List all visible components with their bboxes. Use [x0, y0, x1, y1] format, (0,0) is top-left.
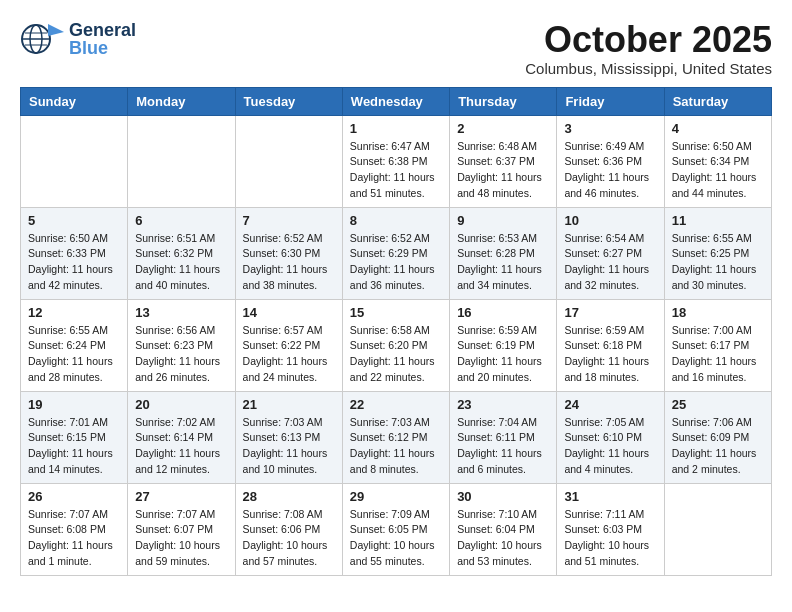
calendar-week-1: 1Sunrise: 6:47 AMSunset: 6:38 PMDaylight… — [21, 115, 772, 207]
day-info: Sunrise: 6:55 AMSunset: 6:25 PMDaylight:… — [672, 231, 764, 294]
day-number: 23 — [457, 397, 549, 412]
day-number: 8 — [350, 213, 442, 228]
day-info: Sunrise: 7:06 AMSunset: 6:09 PMDaylight:… — [672, 415, 764, 478]
day-info: Sunrise: 7:05 AMSunset: 6:10 PMDaylight:… — [564, 415, 656, 478]
title-block: October 2025 Columbus, Mississippi, Unit… — [525, 20, 772, 77]
calendar-header-sunday: Sunday — [21, 87, 128, 115]
day-number: 31 — [564, 489, 656, 504]
day-number: 4 — [672, 121, 764, 136]
day-info: Sunrise: 7:03 AMSunset: 6:12 PMDaylight:… — [350, 415, 442, 478]
day-number: 25 — [672, 397, 764, 412]
logo: General Blue — [20, 20, 136, 58]
calendar-header-tuesday: Tuesday — [235, 87, 342, 115]
calendar-header-friday: Friday — [557, 87, 664, 115]
day-number: 12 — [28, 305, 120, 320]
day-info: Sunrise: 6:54 AMSunset: 6:27 PMDaylight:… — [564, 231, 656, 294]
day-info: Sunrise: 7:08 AMSunset: 6:06 PMDaylight:… — [243, 507, 335, 570]
day-number: 26 — [28, 489, 120, 504]
day-number: 13 — [135, 305, 227, 320]
calendar-cell: 30Sunrise: 7:10 AMSunset: 6:04 PMDayligh… — [450, 483, 557, 575]
day-number: 6 — [135, 213, 227, 228]
logo-general-text: General — [69, 21, 136, 39]
day-info: Sunrise: 7:10 AMSunset: 6:04 PMDaylight:… — [457, 507, 549, 570]
day-info: Sunrise: 6:57 AMSunset: 6:22 PMDaylight:… — [243, 323, 335, 386]
day-number: 2 — [457, 121, 549, 136]
calendar-cell: 2Sunrise: 6:48 AMSunset: 6:37 PMDaylight… — [450, 115, 557, 207]
day-number: 19 — [28, 397, 120, 412]
calendar-cell: 22Sunrise: 7:03 AMSunset: 6:12 PMDayligh… — [342, 391, 449, 483]
calendar-table: SundayMondayTuesdayWednesdayThursdayFrid… — [20, 87, 772, 576]
day-info: Sunrise: 7:07 AMSunset: 6:08 PMDaylight:… — [28, 507, 120, 570]
calendar-cell: 6Sunrise: 6:51 AMSunset: 6:32 PMDaylight… — [128, 207, 235, 299]
day-info: Sunrise: 6:51 AMSunset: 6:32 PMDaylight:… — [135, 231, 227, 294]
day-info: Sunrise: 6:48 AMSunset: 6:37 PMDaylight:… — [457, 139, 549, 202]
day-number: 11 — [672, 213, 764, 228]
day-info: Sunrise: 6:50 AMSunset: 6:33 PMDaylight:… — [28, 231, 120, 294]
calendar-cell: 4Sunrise: 6:50 AMSunset: 6:34 PMDaylight… — [664, 115, 771, 207]
calendar-cell: 11Sunrise: 6:55 AMSunset: 6:25 PMDayligh… — [664, 207, 771, 299]
day-number: 5 — [28, 213, 120, 228]
calendar-cell — [21, 115, 128, 207]
logo-blue-text: Blue — [69, 39, 136, 57]
page-header: General Blue October 2025 Columbus, Miss… — [20, 20, 772, 77]
day-info: Sunrise: 6:47 AMSunset: 6:38 PMDaylight:… — [350, 139, 442, 202]
day-number: 17 — [564, 305, 656, 320]
day-info: Sunrise: 7:11 AMSunset: 6:03 PMDaylight:… — [564, 507, 656, 570]
day-info: Sunrise: 6:52 AMSunset: 6:29 PMDaylight:… — [350, 231, 442, 294]
day-number: 16 — [457, 305, 549, 320]
day-number: 14 — [243, 305, 335, 320]
calendar-header-wednesday: Wednesday — [342, 87, 449, 115]
calendar-cell: 21Sunrise: 7:03 AMSunset: 6:13 PMDayligh… — [235, 391, 342, 483]
day-info: Sunrise: 6:59 AMSunset: 6:19 PMDaylight:… — [457, 323, 549, 386]
calendar-cell: 5Sunrise: 6:50 AMSunset: 6:33 PMDaylight… — [21, 207, 128, 299]
day-info: Sunrise: 7:04 AMSunset: 6:11 PMDaylight:… — [457, 415, 549, 478]
day-number: 27 — [135, 489, 227, 504]
calendar-cell: 13Sunrise: 6:56 AMSunset: 6:23 PMDayligh… — [128, 299, 235, 391]
day-info: Sunrise: 6:52 AMSunset: 6:30 PMDaylight:… — [243, 231, 335, 294]
day-info: Sunrise: 7:09 AMSunset: 6:05 PMDaylight:… — [350, 507, 442, 570]
calendar-header-saturday: Saturday — [664, 87, 771, 115]
calendar-cell: 29Sunrise: 7:09 AMSunset: 6:05 PMDayligh… — [342, 483, 449, 575]
day-number: 9 — [457, 213, 549, 228]
logo-icon — [20, 20, 65, 58]
day-number: 3 — [564, 121, 656, 136]
calendar-cell: 17Sunrise: 6:59 AMSunset: 6:18 PMDayligh… — [557, 299, 664, 391]
day-info: Sunrise: 7:00 AMSunset: 6:17 PMDaylight:… — [672, 323, 764, 386]
calendar-cell: 28Sunrise: 7:08 AMSunset: 6:06 PMDayligh… — [235, 483, 342, 575]
day-info: Sunrise: 7:03 AMSunset: 6:13 PMDaylight:… — [243, 415, 335, 478]
calendar-cell: 18Sunrise: 7:00 AMSunset: 6:17 PMDayligh… — [664, 299, 771, 391]
calendar-cell: 7Sunrise: 6:52 AMSunset: 6:30 PMDaylight… — [235, 207, 342, 299]
day-number: 20 — [135, 397, 227, 412]
calendar-cell: 15Sunrise: 6:58 AMSunset: 6:20 PMDayligh… — [342, 299, 449, 391]
day-info: Sunrise: 6:53 AMSunset: 6:28 PMDaylight:… — [457, 231, 549, 294]
calendar-week-3: 12Sunrise: 6:55 AMSunset: 6:24 PMDayligh… — [21, 299, 772, 391]
calendar-cell: 19Sunrise: 7:01 AMSunset: 6:15 PMDayligh… — [21, 391, 128, 483]
calendar-header-monday: Monday — [128, 87, 235, 115]
day-info: Sunrise: 6:59 AMSunset: 6:18 PMDaylight:… — [564, 323, 656, 386]
day-info: Sunrise: 6:49 AMSunset: 6:36 PMDaylight:… — [564, 139, 656, 202]
calendar-cell: 24Sunrise: 7:05 AMSunset: 6:10 PMDayligh… — [557, 391, 664, 483]
day-info: Sunrise: 7:02 AMSunset: 6:14 PMDaylight:… — [135, 415, 227, 478]
logo-text: General Blue — [69, 21, 136, 57]
calendar-week-4: 19Sunrise: 7:01 AMSunset: 6:15 PMDayligh… — [21, 391, 772, 483]
calendar-cell: 12Sunrise: 6:55 AMSunset: 6:24 PMDayligh… — [21, 299, 128, 391]
day-info: Sunrise: 7:01 AMSunset: 6:15 PMDaylight:… — [28, 415, 120, 478]
day-info: Sunrise: 7:07 AMSunset: 6:07 PMDaylight:… — [135, 507, 227, 570]
day-number: 10 — [564, 213, 656, 228]
calendar-cell: 26Sunrise: 7:07 AMSunset: 6:08 PMDayligh… — [21, 483, 128, 575]
day-number: 15 — [350, 305, 442, 320]
day-number: 30 — [457, 489, 549, 504]
calendar-cell: 16Sunrise: 6:59 AMSunset: 6:19 PMDayligh… — [450, 299, 557, 391]
location: Columbus, Mississippi, United States — [525, 60, 772, 77]
svg-marker-5 — [48, 24, 64, 36]
calendar-cell — [235, 115, 342, 207]
calendar-cell — [664, 483, 771, 575]
calendar-week-2: 5Sunrise: 6:50 AMSunset: 6:33 PMDaylight… — [21, 207, 772, 299]
calendar-cell: 10Sunrise: 6:54 AMSunset: 6:27 PMDayligh… — [557, 207, 664, 299]
day-info: Sunrise: 6:50 AMSunset: 6:34 PMDaylight:… — [672, 139, 764, 202]
calendar-cell: 23Sunrise: 7:04 AMSunset: 6:11 PMDayligh… — [450, 391, 557, 483]
calendar-week-5: 26Sunrise: 7:07 AMSunset: 6:08 PMDayligh… — [21, 483, 772, 575]
day-info: Sunrise: 6:58 AMSunset: 6:20 PMDaylight:… — [350, 323, 442, 386]
calendar-cell — [128, 115, 235, 207]
calendar-cell: 1Sunrise: 6:47 AMSunset: 6:38 PMDaylight… — [342, 115, 449, 207]
